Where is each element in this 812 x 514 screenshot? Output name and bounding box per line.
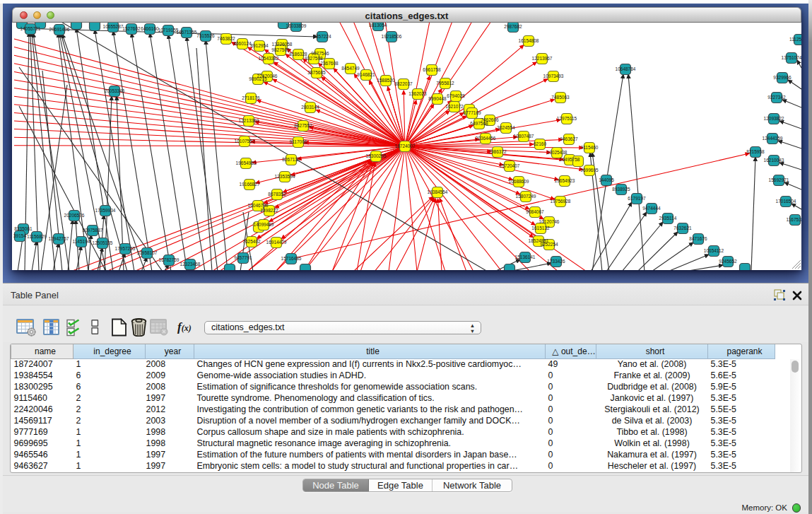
svg-text:9699695: 9699695	[580, 168, 599, 173]
svg-text:12323468: 12323468	[180, 262, 201, 267]
svg-text:19166827: 19166827	[240, 182, 260, 187]
svg-text:8912954: 8912954	[250, 43, 269, 48]
svg-text:6794028: 6794028	[447, 93, 465, 98]
svg-text:144095: 144095	[599, 177, 614, 182]
svg-text:6961758: 6961758	[423, 67, 441, 72]
svg-text:9457791: 9457791	[234, 255, 252, 260]
svg-text:8660124: 8660124	[233, 41, 252, 46]
svg-text:7485063: 7485063	[551, 95, 570, 100]
svg-text:16782759: 16782759	[159, 257, 180, 262]
svg-text:6179197: 6179197	[628, 196, 646, 201]
svg-text:15720407: 15720407	[500, 163, 520, 168]
svg-text:9252254: 9252254	[540, 242, 558, 247]
svg-text:7357224: 7357224	[313, 34, 331, 39]
svg-text:8215958: 8215958	[746, 149, 765, 154]
svg-text:2935114: 2935114	[659, 216, 677, 221]
svg-text:1621072: 1621072	[445, 104, 464, 109]
svg-text:7625402: 7625402	[242, 239, 261, 244]
svg-text:9329966: 9329966	[773, 75, 792, 80]
svg-text:9117006: 9117006	[290, 139, 307, 144]
svg-text:6466160: 6466160	[141, 26, 159, 31]
svg-text:16210043: 16210043	[764, 158, 784, 163]
svg-text:10958107: 10958107	[137, 250, 158, 255]
svg-text:10973493: 10973493	[543, 74, 564, 78]
svg-text:8267130: 8267130	[282, 157, 300, 162]
svg-text:9890215: 9890215	[249, 76, 267, 81]
svg-text:15136141: 15136141	[515, 255, 536, 259]
svg-text:8678352: 8678352	[268, 192, 286, 197]
svg-text:14055721: 14055721	[20, 26, 41, 31]
svg-text:7632621: 7632621	[673, 226, 692, 230]
svg-text:12975115: 12975115	[557, 116, 577, 121]
svg-text:1733426: 1733426	[547, 259, 565, 264]
svg-text:13751074: 13751074	[782, 55, 801, 60]
svg-text:9227342: 9227342	[767, 95, 786, 100]
svg-text:3624554: 3624554	[497, 125, 515, 130]
svg-text:10719155: 10719155	[158, 28, 179, 33]
svg-text:1615132: 1615132	[531, 226, 550, 230]
svg-text:30975887: 30975887	[83, 228, 103, 233]
svg-text:15807249: 15807249	[516, 194, 536, 199]
svg-text:12505135: 12505135	[93, 240, 113, 245]
svg-text:3875685: 3875685	[307, 70, 326, 75]
svg-text:19218506: 19218506	[382, 34, 402, 39]
svg-text:1362023: 1362023	[408, 91, 427, 96]
svg-text:15716485: 15716485	[281, 256, 302, 261]
svg-text:8938925: 8938925	[612, 187, 630, 192]
svg-text:11125534: 11125534	[789, 37, 801, 42]
svg-text:1498222: 1498222	[260, 208, 278, 213]
svg-text:9474444: 9474444	[642, 206, 661, 211]
svg-text:19654983: 19654983	[236, 160, 257, 165]
svg-text:62160: 62160	[534, 141, 546, 146]
svg-text:2803144: 2803144	[301, 105, 319, 110]
svg-text:20053346: 20053346	[105, 88, 125, 93]
svg-text:10655287: 10655287	[103, 24, 124, 29]
svg-text:19384554: 19384554	[428, 189, 448, 194]
svg-text:10648784: 10648784	[616, 66, 636, 71]
svg-text:12942757: 12942757	[49, 236, 69, 241]
svg-text:12444159: 12444159	[763, 136, 783, 141]
svg-text:1167533: 1167533	[787, 217, 801, 222]
svg-text:6497568: 6497568	[470, 121, 488, 126]
svg-text:12093822: 12093822	[764, 116, 784, 121]
svg-text:1145194: 1145194	[73, 239, 90, 244]
svg-text:7955812: 7955812	[436, 81, 454, 86]
svg-text:9463627: 9463627	[560, 136, 578, 141]
svg-text:1527602: 1527602	[122, 26, 141, 31]
svg-text:20364456: 20364456	[476, 136, 496, 141]
svg-text:9115460: 9115460	[581, 145, 599, 150]
svg-text:8813054: 8813054	[369, 23, 387, 28]
svg-text:10543382: 10543382	[259, 56, 279, 61]
svg-text:17359934: 17359934	[95, 208, 116, 213]
svg-text:16495758: 16495758	[560, 157, 580, 162]
svg-text:10120746: 10120746	[539, 219, 560, 224]
svg-text:17016504: 17016504	[776, 199, 796, 204]
svg-text:17957255: 17957255	[115, 246, 136, 251]
svg-text:20206576: 20206576	[64, 213, 85, 218]
svg-text:8822037: 8822037	[394, 81, 413, 86]
svg-text:9877546: 9877546	[311, 51, 329, 56]
svg-text:10107553: 10107553	[235, 139, 255, 144]
svg-text:11156829: 11156829	[27, 234, 47, 239]
svg-text:1588520: 1588520	[377, 78, 395, 83]
svg-text:16046798: 16046798	[248, 203, 269, 208]
svg-text:16914479: 16914479	[266, 240, 287, 245]
svg-text:19756928: 19756928	[551, 199, 571, 204]
svg-text:14099489: 14099489	[254, 222, 274, 227]
svg-text:8990448: 8990448	[428, 96, 447, 101]
svg-text:10688609: 10688609	[509, 179, 529, 184]
svg-text:12353594: 12353594	[275, 174, 295, 179]
svg-text:13226058: 13226058	[272, 42, 293, 47]
svg-text:9245652: 9245652	[719, 259, 737, 264]
svg-text:12213967: 12213967	[532, 56, 553, 61]
svg-text:12213369: 12213369	[239, 118, 259, 123]
svg-text:18724007: 18724007	[395, 144, 416, 148]
svg-text:2367608: 2367608	[320, 61, 339, 66]
svg-text:2987682: 2987682	[504, 24, 522, 29]
svg-text:8427552: 8427552	[294, 123, 312, 128]
svg-text:16033809: 16033809	[286, 23, 307, 28]
svg-text:9327508: 9327508	[305, 56, 323, 61]
svg-text:10654112: 10654112	[704, 248, 724, 253]
svg-text:7515526: 7515526	[196, 33, 215, 38]
svg-text:10025438: 10025438	[547, 150, 567, 155]
